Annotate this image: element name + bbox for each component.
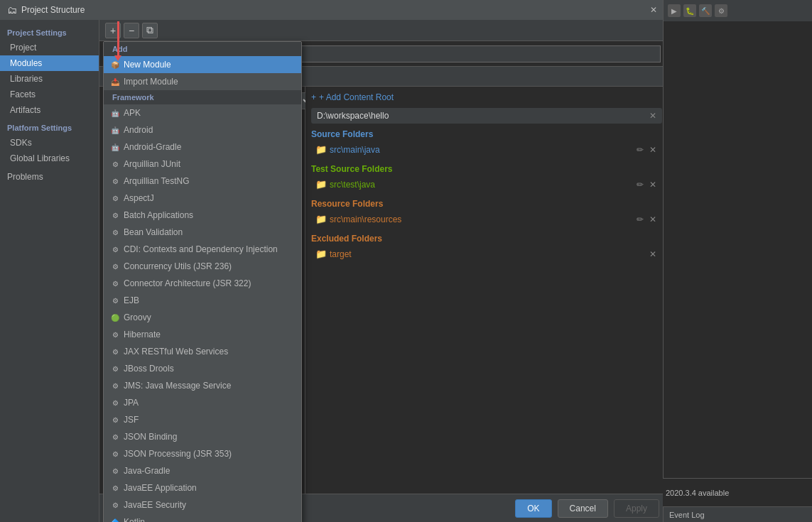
dialog-titlebar: 🗂 Project Structure ✕ (0, 0, 668, 20)
dropdown-aspectj[interactable]: ⚙ AspectJ (104, 190, 301, 207)
source-folder-actions: ✏ ✕ (635, 145, 658, 155)
ide-toolbar: ▶ 🐛 🔨 ⚙ (664, 0, 812, 21)
source-folders-section: Source Folders 📁 src\main\java ✏ ✕ (311, 129, 662, 157)
dropdown-java-gradle[interactable]: ⚙ Java-Gradle (104, 462, 301, 479)
jms-icon: ⚙ (109, 380, 121, 391)
jboss-icon: ⚙ (109, 363, 121, 374)
excluded-folders-title: Excluded Folders (311, 234, 662, 244)
dropdown-batch-applications[interactable]: ⚙ Batch Applications (104, 207, 301, 224)
sidebar-item-global-libraries[interactable]: Global Libraries (0, 151, 99, 166)
add-content-root-button[interactable]: + + Add Content Root (311, 92, 662, 102)
dropdown-hibernate[interactable]: ⚙ Hibernate (104, 326, 301, 343)
source-folders-title: Source Folders (311, 129, 662, 139)
dropdown-jax[interactable]: ⚙ JAX RESTful Web Services (104, 343, 301, 360)
close-icon[interactable]: ✕ (646, 3, 661, 17)
bean-icon: ⚙ (109, 227, 121, 238)
resource-folder-remove-icon[interactable]: ✕ (648, 214, 658, 224)
dropdown-groovy[interactable]: 🟢 Groovy (104, 309, 301, 326)
dropdown-json-processing[interactable]: ⚙ JSON Processing (JSR 353) (104, 445, 301, 462)
sidebar-item-problems[interactable]: Problems (0, 166, 99, 185)
dialog-title: Project Structure (21, 5, 85, 15)
source-folder-path-0: src\main\java (330, 145, 635, 155)
apply-button[interactable]: Apply (614, 499, 659, 518)
dropdown-import-module[interactable]: 📥 Import Module (104, 73, 301, 90)
sidebar-item-facets[interactable]: Facets (0, 87, 99, 102)
test-folder-remove-icon[interactable]: ✕ (648, 180, 658, 190)
dropdown-android[interactable]: 🤖 Android (104, 121, 301, 138)
dropdown-apk[interactable]: 🤖 APK (104, 104, 301, 121)
json-processing-icon: ⚙ (109, 448, 121, 460)
jpa-icon: ⚙ (109, 397, 121, 408)
excluded-folder-remove-icon[interactable]: ✕ (648, 249, 658, 259)
dropdown-ejb[interactable]: ⚙ EJB (104, 292, 301, 309)
dropdown-arquillian-testng[interactable]: ⚙ Arquillian TestNG (104, 173, 301, 190)
sidebar-item-artifacts[interactable]: Artifacts (0, 102, 99, 118)
dropdown-concurrency[interactable]: ⚙ Concurrency Utils (JSR 236) (104, 258, 301, 275)
resource-folder-path-0: src\main\resources (330, 214, 635, 224)
dropdown-android-gradle[interactable]: 🤖 Android-Gradle (104, 138, 301, 156)
batch-icon: ⚙ (109, 210, 121, 221)
dropdown-jboss[interactable]: ⚙ JBoss Drools (104, 360, 301, 377)
ejb-icon: ⚙ (109, 295, 121, 306)
dropdown-javaee-security[interactable]: ⚙ JavaEE Security (104, 496, 301, 513)
dropdown-javaee-application[interactable]: ⚙ JavaEE Application (104, 479, 301, 496)
platform-settings-label: Platform Settings (0, 118, 99, 135)
ide-debug-icon[interactable]: 🐛 (683, 4, 696, 17)
resource-folder-edit-icon[interactable]: ✏ (635, 214, 645, 224)
test-source-folders-title: Test Source Folders (311, 164, 662, 174)
dropdown-jsf[interactable]: ⚙ JSF (104, 411, 301, 428)
dropdown-new-module[interactable]: 📦 New Module (104, 56, 301, 73)
cancel-button[interactable]: Cancel (558, 499, 608, 518)
test-source-folders-section: Test Source Folders 📁 src\test\java ✏ ✕ (311, 164, 662, 192)
ide-status-bar: Event Log (664, 506, 812, 522)
add-header: Add (104, 42, 301, 56)
sidebar-item-sdks[interactable]: SDKs (0, 135, 99, 151)
ok-button[interactable]: OK (515, 499, 551, 518)
jax-icon: ⚙ (109, 346, 121, 357)
ide-run-icon[interactable]: ▶ (668, 4, 681, 17)
test-folder-icon: 📁 (315, 179, 327, 190)
dropdown-arquillian-junit[interactable]: ⚙ Arquillian JUnit (104, 156, 301, 173)
source-folder-remove-icon[interactable]: ✕ (648, 145, 658, 155)
ide-build-icon[interactable]: 🔨 (699, 4, 712, 17)
framework-header: Framework (104, 90, 301, 104)
android-icon: 🤖 (109, 124, 121, 136)
ide-event-log-label: Event Log (669, 511, 705, 519)
test-source-folder-row-0: 📁 src\test\java ✏ ✕ (311, 177, 662, 192)
import-module-icon: 📥 (109, 76, 121, 87)
add-icon: + (311, 92, 316, 102)
content-root-remove-icon[interactable]: ✕ (649, 111, 656, 121)
dropdown-bean-validation[interactable]: ⚙ Bean Validation (104, 224, 301, 241)
android-gradle-icon: 🤖 (109, 141, 121, 153)
arquillian-junit-icon: ⚙ (109, 158, 121, 170)
hibernate-icon: ⚙ (109, 329, 121, 340)
content-root-path-row: D:\workspace\hello ✕ (311, 108, 662, 124)
dropdown-jms[interactable]: ⚙ JMS: Java Message Service (104, 377, 301, 394)
dropdown-kotlin[interactable]: 🔷 Kotlin (104, 513, 301, 522)
connector-icon: ⚙ (109, 278, 121, 289)
resource-folders-title: Resource Folders (311, 199, 662, 209)
source-folder-row-0: 📁 src\main\java ✏ ✕ (311, 142, 662, 157)
red-arrow-annotation (117, 21, 119, 57)
concurrency-icon: ⚙ (109, 261, 121, 272)
kotlin-icon: 🔷 (109, 516, 121, 522)
dropdown-jpa[interactable]: ⚙ JPA (104, 394, 301, 411)
apk-icon: 🤖 (109, 107, 121, 119)
sidebar-item-libraries[interactable]: Libraries (0, 71, 99, 87)
resource-folders-section: Resource Folders 📁 src\main\resources ✏ … (311, 199, 662, 227)
jsf-icon: ⚙ (109, 414, 121, 425)
add-dropdown-menu: Add 📦 New Module 📥 Import Module Framewo… (103, 41, 302, 522)
resource-folder-icon: 📁 (315, 214, 327, 224)
ide-event-log: 2020.3.4 available (663, 478, 812, 506)
source-folder-edit-icon[interactable]: ✏ (635, 145, 645, 155)
test-folder-edit-icon[interactable]: ✏ (635, 180, 645, 190)
sidebar-item-modules[interactable]: Modules (0, 55, 99, 71)
remove-module-button[interactable]: − (124, 23, 139, 38)
cdi-icon: ⚙ (109, 244, 121, 255)
copy-module-button[interactable]: ⧉ (142, 23, 158, 38)
dropdown-connector[interactable]: ⚙ Connector Architecture (JSR 322) (104, 275, 301, 292)
dropdown-cdi[interactable]: ⚙ CDI: Contexts and Dependency Injection (104, 241, 301, 258)
ide-settings-icon[interactable]: ⚙ (715, 4, 727, 17)
dropdown-json-binding[interactable]: ⚙ JSON Binding (104, 428, 301, 445)
sidebar-item-project[interactable]: Project (0, 40, 99, 55)
